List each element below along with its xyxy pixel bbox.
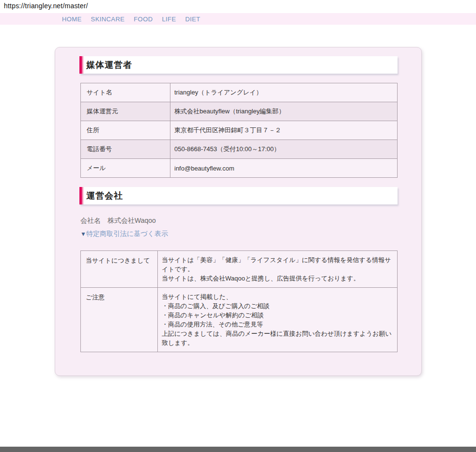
row-label: 媒体運営元 — [81, 102, 170, 121]
table-row: ご注意 当サイトにて掲載した、 ・商品のご購入、及びご購入のご相談 ・商品のキャ… — [81, 288, 398, 352]
row-label: ご注意 — [81, 288, 158, 352]
table-row: サイト名 triangley（トライアングレイ） — [81, 83, 398, 102]
triangle-down-icon: ▼ — [80, 231, 86, 237]
nav-item-life[interactable]: LIFE — [162, 16, 176, 23]
nav-item-skincare[interactable]: SKINCARE — [91, 16, 125, 23]
row-label: サイト名 — [81, 83, 170, 102]
row-value: info@beautyflew.com — [170, 159, 398, 178]
media-operator-table: サイト名 triangley（トライアングレイ） 媒体運営元 株式会社beaut… — [80, 83, 398, 178]
row-value: 当サイトにて掲載した、 ・商品のご購入、及びご購入のご相談 ・商品のキャンセルや… — [158, 288, 398, 352]
section-heading-media-operator: 媒体運営者 — [79, 56, 398, 74]
row-value: 株式会社beautyflew（triangley編集部） — [170, 102, 398, 121]
nav-item-diet[interactable]: DIET — [185, 16, 200, 23]
row-value: 050-8668-7453（受付10:00～17:00） — [170, 140, 398, 159]
commercial-transactions-link[interactable]: ▼特定商取引法に基づく表示 — [80, 230, 168, 237]
section-title: 運営会社 — [82, 190, 123, 202]
row-value: 当サイトは「美容」「健康」「ライフスタイル」に関する情報を発信する情報サイトです… — [158, 251, 398, 288]
table-row: 当サイトにつきまして 当サイトは「美容」「健康」「ライフスタイル」に関する情報を… — [81, 251, 398, 288]
row-label: メール — [81, 159, 170, 178]
commercial-transactions-link-label: 特定商取引法に基づく表示 — [86, 230, 168, 237]
navbar: HOME SKINCARE FOOD LIFE DIET — [0, 13, 476, 25]
nav-item-food[interactable]: FOOD — [134, 16, 153, 23]
content-card: 媒体運営者 サイト名 triangley（トライアングレイ） 媒体運営元 株式会… — [55, 47, 422, 376]
row-value: 東京都千代田区神田錦町３丁目７－２ — [170, 121, 398, 140]
section-title: 媒体運営者 — [82, 59, 132, 71]
section-heading-operating-company: 運営会社 — [79, 187, 398, 204]
sp-link-line: ▼特定商取引法に基づく表示 — [80, 230, 421, 238]
row-label: 電話番号 — [81, 140, 170, 159]
table-row: 住所 東京都千代田区神田錦町３丁目７－２ — [81, 121, 398, 140]
table-row: メール info@beautyflew.com — [81, 159, 398, 178]
footer-bar — [0, 447, 476, 452]
company-name-line: 会社名 株式会社Waqoo — [80, 217, 421, 225]
row-label: 住所 — [81, 121, 170, 140]
row-label: 当サイトにつきまして — [81, 251, 158, 288]
row-value: triangley（トライアングレイ） — [170, 83, 398, 102]
table-row: 電話番号 050-8668-7453（受付10:00～17:00） — [81, 140, 398, 159]
nav-item-home[interactable]: HOME — [62, 16, 82, 23]
site-notes-table: 当サイトにつきまして 当サイトは「美容」「健康」「ライフスタイル」に関する情報を… — [80, 250, 398, 352]
url-text: https://triangley.net/master/ — [4, 2, 88, 10]
browser-page: https://triangley.net/master/ HOME SKINC… — [0, 0, 476, 452]
table-row: 媒体運営元 株式会社beautyflew（triangley編集部） — [81, 102, 398, 121]
